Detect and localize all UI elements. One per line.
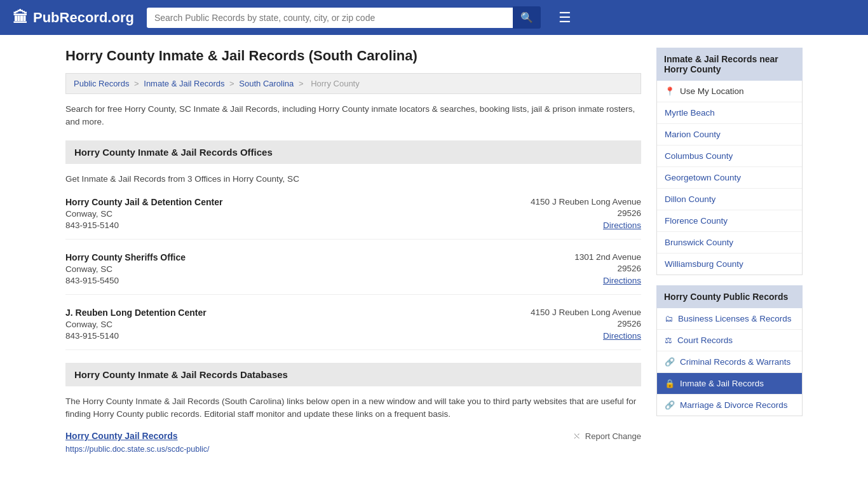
lock-icon: 🔒 — [665, 379, 675, 388]
hamburger-icon: ☰ — [559, 10, 571, 25]
court-records-label: Court Records — [677, 336, 733, 345]
databases-description: The Horry County Inmate & Jail Records (… — [65, 395, 641, 421]
directions-link-2[interactable]: Directions — [603, 276, 641, 285]
inmate-records-label: Inmate & Jail Records — [680, 379, 764, 388]
sidebar-item-criminal-records[interactable]: 🔗 Criminal Records & Warrants — [657, 351, 802, 373]
florence-county-label: Florence County — [665, 216, 728, 226]
sidebar-item-marion-county[interactable]: Marion County — [657, 124, 802, 146]
office-name-2: Horry County Sheriffs Office — [65, 252, 186, 262]
sidebar-item-columbus-county[interactable]: Columbus County — [657, 146, 802, 167]
public-records-header: Horry County Public Records — [656, 285, 803, 308]
office-name-1: Horry County Jail & Detention Center — [65, 197, 222, 207]
link-icon: 🔗 — [665, 357, 675, 367]
nearby-items-list: 📍 Use My Location Myrtle Beach Marion Co… — [656, 81, 803, 275]
offices-section-header: Horry County Inmate & Jail Records Offic… — [65, 140, 641, 164]
sidebar-item-florence-county[interactable]: Florence County — [657, 210, 802, 232]
sidebar-item-inmate-records[interactable]: 🔒 Inmate & Jail Records — [657, 373, 802, 395]
myrtle-beach-label: Myrtle Beach — [665, 108, 715, 118]
report-change-label: Report Change — [585, 431, 641, 441]
breadcrumb-sep-2: > — [229, 79, 236, 88]
sidebar: Inmate & Jail Records near Horry County … — [656, 48, 803, 454]
office-address-1: 4150 J Reuben Long Avenue — [514, 197, 641, 207]
office-phone-2: 843-915-5450 — [65, 276, 186, 285]
office-zip-2: 29526 — [514, 264, 641, 273]
sidebar-item-williamsburg-county[interactable]: Williamsburg County — [657, 254, 802, 274]
breadcrumb: Public Records > Inmate & Jail Records >… — [65, 73, 641, 94]
office-city-1: Conway, SC — [65, 209, 222, 219]
main-container: Horry County Inmate & Jail Records (Sout… — [53, 35, 815, 466]
use-location-label: Use My Location — [680, 86, 744, 96]
office-phone-1: 843-915-5140 — [65, 220, 222, 230]
sidebar-item-use-location[interactable]: 📍 Use My Location — [657, 81, 802, 102]
office-address-3: 4150 J Reuben Long Avenue — [514, 308, 641, 317]
nearby-header: Inmate & Jail Records near Horry County — [656, 48, 803, 81]
breadcrumb-horry-county: Horry County — [311, 79, 360, 88]
search-icon: 🔍 — [520, 12, 533, 23]
directions-link-3[interactable]: Directions — [603, 331, 641, 341]
georgetown-county-label: Georgetown County — [665, 173, 741, 182]
sidebar-item-brunswick-county[interactable]: Brunswick County — [657, 232, 802, 254]
sidebar-item-business-licenses[interactable]: 🗂 Business Licenses & Records — [657, 308, 802, 330]
sidebar-item-dillon-county[interactable]: Dillon County — [657, 189, 802, 210]
sidebar-item-court-records[interactable]: ⚖ Court Records — [657, 330, 802, 351]
office-phone-3: 843-915-5140 — [65, 331, 207, 341]
columbus-county-label: Columbus County — [665, 151, 733, 161]
breadcrumb-sep-1: > — [134, 79, 141, 88]
brunswick-county-label: Brunswick County — [665, 238, 733, 247]
sidebar-item-marriage-records[interactable]: 🔗 Marriage & Divorce Records — [657, 395, 802, 416]
breadcrumb-sep-3: > — [299, 79, 306, 88]
office-zip-1: 29526 — [514, 208, 641, 218]
breadcrumb-public-records[interactable]: Public Records — [74, 79, 129, 88]
header: 🏛 PubRecord.org 🔍 ☰ — [0, 0, 868, 35]
location-pin-icon: 📍 — [665, 86, 675, 96]
business-licenses-label: Business Licenses & Records — [678, 314, 792, 323]
records-url: https://public.doc.state.sc.us/scdc-publ… — [65, 445, 210, 454]
page-title: Horry County Inmate & Jail Records (Sout… — [65, 48, 641, 64]
criminal-records-label: Criminal Records & Warrants — [680, 357, 790, 367]
office-city-3: Conway, SC — [65, 320, 207, 329]
marriage-records-label: Marriage & Divorce Records — [680, 400, 788, 410]
dillon-county-label: Dillon County — [665, 194, 715, 204]
briefcase-icon: 🗂 — [665, 314, 673, 323]
directions-link-1[interactable]: Directions — [603, 220, 641, 230]
sidebar-item-myrtle-beach[interactable]: Myrtle Beach — [657, 102, 802, 124]
williamsburg-county-label: Williamsburg County — [665, 259, 743, 269]
jail-records-link[interactable]: Horry County Jail Records — [65, 431, 178, 441]
search-input[interactable] — [147, 8, 513, 28]
search-bar: 🔍 — [147, 6, 541, 29]
office-block-1: Horry County Jail & Detention Center Con… — [65, 197, 641, 240]
databases-section-header: Horry County Inmate & Jail Records Datab… — [65, 363, 641, 386]
sidebar-item-georgetown-county[interactable]: Georgetown County — [657, 167, 802, 189]
public-records-items-list: 🗂 Business Licenses & Records ⚖ Court Re… — [656, 308, 803, 416]
menu-button[interactable]: ☰ — [553, 7, 576, 29]
jail-records-row: Horry County Jail Records ⛌ Report Chang… — [65, 431, 641, 441]
content-area: Horry County Inmate & Jail Records (Sout… — [65, 48, 641, 454]
marion-county-label: Marion County — [665, 130, 721, 139]
office-name-3: J. Reuben Long Detention Center — [65, 308, 207, 318]
report-change-button[interactable]: ⛌ Report Change — [573, 431, 641, 441]
office-address-2: 1301 2nd Avenue — [514, 252, 641, 262]
logo[interactable]: 🏛 PubRecord.org — [13, 9, 134, 27]
logo-icon: 🏛 — [13, 9, 28, 27]
office-block-3: J. Reuben Long Detention Center Conway, … — [65, 308, 641, 350]
breadcrumb-south-carolina[interactable]: South Carolina — [239, 79, 294, 88]
page-description: Search for free Horry County, SC Inmate … — [65, 103, 641, 129]
ring-icon: 🔗 — [665, 400, 675, 410]
office-zip-3: 29526 — [514, 319, 641, 329]
logo-text: PubRecord.org — [33, 10, 134, 26]
office-city-2: Conway, SC — [65, 264, 186, 274]
scales-icon: ⚖ — [665, 336, 672, 345]
search-button[interactable]: 🔍 — [513, 6, 541, 29]
report-icon: ⛌ — [573, 431, 581, 441]
breadcrumb-inmate-records[interactable]: Inmate & Jail Records — [144, 79, 224, 88]
offices-count: Get Inmate & Jail Records from 3 Offices… — [65, 173, 641, 186]
office-block-2: Horry County Sheriffs Office Conway, SC … — [65, 252, 641, 295]
